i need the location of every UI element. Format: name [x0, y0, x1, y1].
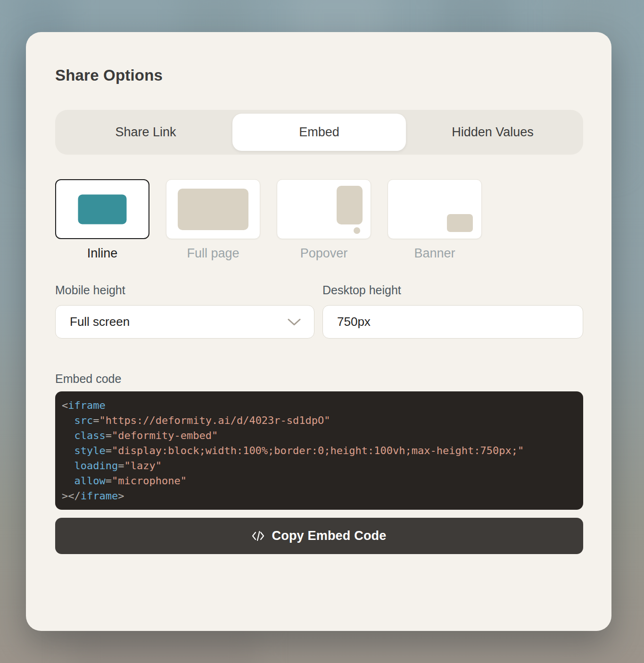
full-page-preview-icon [178, 189, 248, 230]
embed-type-options: Inline Full page Popover Banner [55, 179, 583, 261]
share-options-dialog: Share Options Share Link Embed Hidden Va… [26, 32, 611, 631]
copy-embed-code-button[interactable]: Copy Embed Code [55, 518, 583, 554]
desktop-height-control [322, 305, 583, 339]
copy-button-label: Copy Embed Code [272, 529, 386, 543]
desktop-height-input[interactable] [337, 315, 569, 329]
popover-preview-icon [337, 186, 363, 224]
embed-type-label: Popover [300, 246, 348, 261]
embed-type-full-page[interactable]: Full page [166, 179, 260, 261]
popover-thumbnail [277, 179, 371, 239]
popover-launcher-dot-icon [354, 227, 360, 234]
mobile-height-value: Full screen [70, 315, 130, 329]
mobile-height-select[interactable]: Full screen [55, 305, 314, 339]
embed-code-label: Embed code [55, 372, 583, 386]
inline-thumbnail [55, 179, 149, 239]
embed-type-label: Banner [414, 246, 455, 261]
share-tabs: Share Link Embed Hidden Values [55, 110, 583, 155]
chevron-down-icon [288, 315, 301, 329]
tab-hidden-values[interactable]: Hidden Values [406, 114, 579, 151]
tab-share-link[interactable]: Share Link [59, 114, 232, 151]
tab-embed[interactable]: Embed [232, 114, 406, 151]
embed-type-label: Full page [187, 246, 239, 261]
mobile-height-label: Mobile height [55, 283, 314, 297]
embed-code-block: <iframe src="https://deformity.ai/d/4023… [55, 391, 583, 510]
banner-thumbnail [388, 179, 482, 239]
full-page-thumbnail [166, 179, 260, 239]
inline-preview-icon [78, 194, 127, 224]
desktop-height-label: Desktop height [322, 283, 583, 297]
code-icon [252, 530, 264, 541]
embed-type-popover[interactable]: Popover [277, 179, 371, 261]
banner-preview-icon [447, 214, 473, 232]
embed-type-label: Inline [87, 246, 118, 261]
height-settings: Mobile height Full screen Desktop height [55, 283, 583, 339]
page-title: Share Options [55, 66, 583, 85]
embed-type-banner[interactable]: Banner [388, 179, 482, 261]
embed-type-inline[interactable]: Inline [55, 179, 149, 261]
